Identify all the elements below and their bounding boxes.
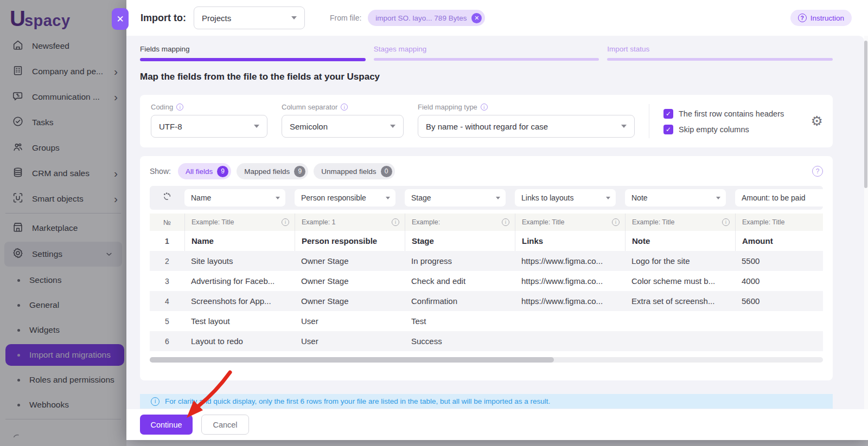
vertical-scrollbar[interactable] bbox=[864, 36, 868, 409]
count-badge: 9 bbox=[294, 166, 305, 177]
column-separator-group: Column separatori Semicolon bbox=[282, 102, 404, 140]
table-cell: User bbox=[295, 316, 405, 326]
step-progress-bar bbox=[374, 58, 599, 61]
chevron-down-icon bbox=[390, 125, 395, 128]
example-text: Example: Title bbox=[742, 218, 785, 226]
example-cell: Example: 1i bbox=[295, 214, 405, 231]
example-text: Example: bbox=[412, 218, 440, 226]
file-chip-text: import SO. layo... 789 Bytes bbox=[375, 14, 467, 22]
table-cell: 5600 bbox=[735, 296, 823, 306]
column-separator-select[interactable]: Semicolon bbox=[282, 115, 404, 138]
mapping-table-card: Show: All fields 9 Mapped fields 9 Unmap… bbox=[140, 156, 833, 380]
example-cell: Example: Titlei bbox=[515, 214, 625, 231]
field-select-value: Note bbox=[631, 193, 648, 202]
field-select-note[interactable]: Note bbox=[625, 189, 726, 206]
step-label: Stages mapping bbox=[374, 45, 599, 53]
coding-select[interactable]: UTF-8 bbox=[151, 115, 267, 138]
field-select-amount[interactable]: Amount: to be paid bbox=[735, 189, 823, 206]
import-target-value: Projects bbox=[202, 14, 231, 23]
info-circle-icon: i bbox=[282, 218, 289, 226]
instruction-button[interactable]: ? Instruction bbox=[790, 10, 852, 26]
row-number: 4 bbox=[150, 297, 184, 306]
continue-button[interactable]: Continue bbox=[140, 415, 193, 435]
table-cell: Site layouts bbox=[184, 256, 295, 266]
chevron-down-icon bbox=[291, 16, 297, 20]
chevron-down-icon bbox=[606, 197, 610, 199]
info-circle-icon: i bbox=[481, 104, 488, 111]
horizontal-scrollbar[interactable] bbox=[150, 357, 823, 363]
instruction-label: Instruction bbox=[810, 14, 844, 22]
table-cell: Layout to redo bbox=[184, 337, 295, 346]
modal-dim-overlay bbox=[0, 0, 126, 446]
table-cell: Stage bbox=[405, 231, 515, 251]
step-label: Import status bbox=[607, 45, 833, 53]
field-select-links-to-layouts[interactable]: Links to layouts bbox=[515, 189, 616, 206]
help-question-icon[interactable]: ? bbox=[812, 166, 823, 177]
first-row-headers-checkbox[interactable]: ✓ The first row contains headers bbox=[663, 109, 784, 119]
info-banner-text: For clarity and quick display, only the … bbox=[165, 397, 550, 405]
field-mapping-type-group: Field mapping typei By name - without re… bbox=[418, 102, 635, 140]
table-cell: Owner Stage bbox=[295, 276, 405, 286]
filter-all-fields[interactable]: All fields 9 bbox=[178, 163, 231, 179]
chevron-down-icon bbox=[386, 197, 390, 199]
skip-empty-columns-checkbox[interactable]: ✓ Skip empty columns bbox=[663, 125, 784, 134]
table-cell: Links bbox=[515, 231, 625, 251]
table-cell: Test layout bbox=[184, 316, 295, 326]
close-button[interactable]: ✕ bbox=[112, 8, 129, 30]
unlinked-icon bbox=[162, 191, 173, 204]
filter-label: All fields bbox=[186, 167, 213, 176]
example-cell: Example: Titlei bbox=[625, 214, 735, 231]
step-fields-mapping: Fields mapping bbox=[140, 45, 366, 61]
table-cell: Screenshots for App... bbox=[184, 296, 295, 306]
show-label: Show: bbox=[150, 167, 171, 176]
checkbox-checked-icon: ✓ bbox=[663, 109, 673, 119]
count-badge: 0 bbox=[381, 166, 392, 177]
horizontal-scrollbar-thumb[interactable] bbox=[150, 357, 554, 363]
cancel-button[interactable]: Cancel bbox=[201, 415, 249, 435]
info-circle-icon: i bbox=[612, 218, 620, 226]
field-select-stage[interactable]: Stage bbox=[405, 189, 506, 206]
vertical-scrollbar-thumb[interactable] bbox=[864, 41, 867, 188]
coding-group: Codingi UTF-8 bbox=[151, 102, 267, 140]
field-mapping-type-value: By name - without regard for case bbox=[426, 122, 548, 131]
example-cell: Example: Titlei bbox=[184, 214, 295, 231]
advanced-settings-gear-icon[interactable]: ⚙ bbox=[811, 113, 823, 129]
step-progress-bar bbox=[140, 58, 366, 61]
step-progress-bar bbox=[607, 58, 833, 61]
checkbox-checked-icon: ✓ bbox=[663, 125, 673, 134]
coding-label: Coding bbox=[151, 103, 173, 111]
info-circle-icon: i bbox=[392, 218, 399, 226]
filter-mapped-fields[interactable]: Mapped fields 9 bbox=[237, 163, 308, 179]
info-circle-icon: i bbox=[502, 218, 509, 226]
table-cell: Logo for the site bbox=[625, 256, 735, 266]
filter-row: Show: All fields 9 Mapped fields 9 Unmap… bbox=[150, 163, 823, 179]
filter-label: Unmapped fields bbox=[321, 167, 376, 176]
import-target-select[interactable]: Projects bbox=[194, 7, 305, 29]
table-cell: Owner Stage bbox=[295, 296, 405, 306]
table-cell: 5500 bbox=[735, 256, 823, 266]
table-cell: Name bbox=[184, 231, 295, 251]
field-select-row: Name Person responsible Stage Links to l… bbox=[150, 186, 823, 210]
chevron-down-icon bbox=[276, 197, 280, 199]
table-cell: Confirmation bbox=[405, 296, 515, 306]
table-cell: Amount bbox=[735, 231, 823, 251]
info-banner: i For clarity and quick display, only th… bbox=[140, 394, 833, 409]
field-select-person-responsible[interactable]: Person responsible bbox=[295, 189, 395, 206]
field-select-name[interactable]: Name bbox=[184, 189, 285, 206]
row-number: 3 bbox=[150, 277, 184, 286]
mapping-table: Name Person responsible Stage Links to l… bbox=[150, 186, 823, 351]
field-select-value: Stage bbox=[411, 193, 431, 202]
field-select-value: Person responsible bbox=[301, 193, 366, 202]
table-cell: Owner Stage bbox=[295, 256, 405, 266]
column-separator-value: Semicolon bbox=[290, 122, 328, 131]
step-label: Fields mapping bbox=[140, 45, 366, 53]
table-cell: Note bbox=[625, 231, 735, 251]
page-title: Map the fields from the file to the fiel… bbox=[140, 72, 380, 82]
table-row: 2 Site layouts Owner Stage In progress h… bbox=[150, 251, 823, 271]
table-cell: Extra set of screensh... bbox=[625, 296, 735, 306]
table-cell: Advertising for Faceb... bbox=[184, 276, 295, 286]
filter-unmapped-fields[interactable]: Unmapped fields 0 bbox=[314, 163, 394, 179]
remove-file-button[interactable]: ✕ bbox=[471, 13, 482, 23]
field-mapping-type-select[interactable]: By name - without regard for case bbox=[418, 115, 635, 138]
table-cell: https://www.figma.co... bbox=[515, 296, 625, 306]
